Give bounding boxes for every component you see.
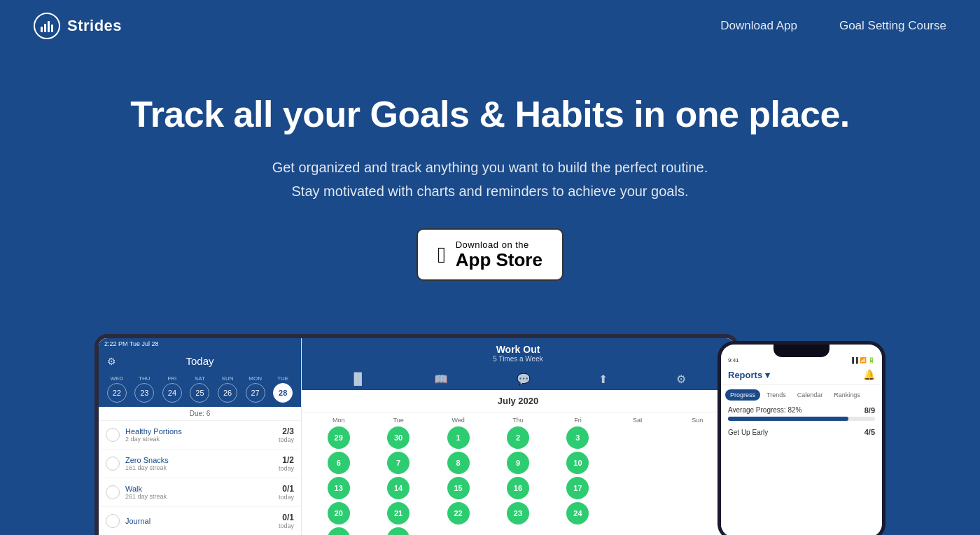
tab-trends[interactable]: Trends <box>762 389 791 401</box>
day-wed: WED 22 <box>107 375 127 403</box>
svg-rect-1 <box>44 24 46 32</box>
habit-streak: 161 day streak <box>125 464 273 471</box>
cal-cell <box>686 477 708 499</box>
cal-cell: 14 <box>387 477 410 499</box>
habit-check-circle[interactable] <box>106 514 120 528</box>
settings-icon: ⚙ <box>107 356 116 367</box>
reports-title[interactable]: Reports ▾ <box>728 370 770 380</box>
cal-row-3: 13 14 15 16 17 <box>309 477 727 499</box>
cal-row-2: 6 7 8 9 10 <box>309 452 727 474</box>
days-row: WED 22 THU 23 FRI 24 SAT <box>99 373 301 407</box>
progress-bar-bg <box>728 417 875 421</box>
cal-cell: 7 <box>387 452 410 474</box>
apple-icon:  <box>438 244 446 266</box>
calendar-month-header: July 2020 <box>302 390 734 412</box>
app-store-button[interactable]:  Download on the App Store <box>416 228 564 282</box>
cal-cell: 31 <box>566 527 589 535</box>
phone-tabs: Progress Trends Calendar Rankings <box>721 385 882 401</box>
tablet-time: 2:22 PM Tue Jul 28 <box>104 340 159 347</box>
svg-rect-0 <box>41 27 43 32</box>
svg-rect-2 <box>48 21 50 32</box>
cal-cell: 21 <box>387 502 410 524</box>
bar-chart-icon <box>39 18 55 34</box>
habit-check-circle[interactable] <box>106 428 120 442</box>
cal-cell: 10 <box>566 452 589 474</box>
phone-screen: 9:41 ▐▐ 📶 🔋 Reports ▾ 🔔 Progress Trends … <box>721 345 882 535</box>
avg-progress-label: Average Progress: 82% <box>728 406 802 415</box>
cal-cell: 30 <box>507 527 529 535</box>
phone-content: Average Progress: 82% 8/9 Get Up Early 4… <box>721 401 882 442</box>
hero-subtext-1: Get organized and track anything you wan… <box>28 155 952 179</box>
phone-frame: 9:41 ▐▐ 📶 🔋 Reports ▾ 🔔 Progress Trends … <box>718 341 886 535</box>
phone-header: Reports ▾ 🔔 <box>721 366 882 385</box>
book-tab-icon[interactable]: 📖 <box>434 373 448 386</box>
tab-rankings[interactable]: Rankings <box>829 389 865 401</box>
nav-download[interactable]: Download App <box>720 19 797 33</box>
tablet-frame: 2:22 PM Tue Jul 28 ⚙ Today WED 22 THU <box>94 334 738 535</box>
phone-status-bar: 9:41 ▐▐ 📶 🔋 <box>721 357 882 366</box>
cal-cell <box>626 527 649 535</box>
cal-cell <box>626 452 649 474</box>
cal-cell: 22 <box>447 502 470 524</box>
comment-tab-icon[interactable]: 💬 <box>517 373 531 386</box>
habit-today: today <box>279 436 294 443</box>
habit-name: Healthy Portions <box>125 427 273 436</box>
logo-text: Strides <box>67 17 122 35</box>
bell-icon: 🔔 <box>863 369 875 380</box>
cal-cell <box>626 426 649 449</box>
day-sun: SUN 26 <box>218 375 237 403</box>
cal-cell: 13 <box>328 477 350 499</box>
cal-cell <box>626 477 649 499</box>
tab-calendar[interactable]: Calendar <box>792 389 828 401</box>
tablet-screen: 2:22 PM Tue Jul 28 ⚙ Today WED 22 THU <box>99 338 734 535</box>
logo: Strides <box>34 13 122 39</box>
habit-fraction: 0/1 <box>279 513 294 522</box>
chart-tab-icon[interactable]: ▐▌ <box>350 373 366 386</box>
cal-cell: 6 <box>328 452 350 474</box>
day-thu: THU 23 <box>134 375 154 403</box>
habit-fraction: 1/2 <box>279 455 294 465</box>
tab-progress[interactable]: Progress <box>725 389 760 401</box>
cal-cell: 3 <box>566 426 589 449</box>
phone-time: 9:41 <box>728 357 739 363</box>
habit-fraction: 0/1 <box>279 484 294 494</box>
app-store-btn-text: Download on the App Store <box>456 239 542 270</box>
day-fri: FRI 24 <box>162 375 182 403</box>
svg-rect-3 <box>51 25 53 32</box>
cal-cell: 28 <box>387 527 410 535</box>
share-tab-icon[interactable]: ⬆ <box>598 373 608 386</box>
cal-cell <box>626 502 649 524</box>
phone-notch <box>774 345 830 357</box>
cal-cell: 8 <box>447 452 470 474</box>
habit-name: Walk <box>125 485 273 493</box>
cal-cell: 23 <box>507 502 529 524</box>
tablet-status-bar: 2:22 PM Tue Jul 28 <box>99 338 301 349</box>
main-nav: Download App Goal Setting Course <box>720 19 946 33</box>
progress-bar-fill <box>728 417 848 421</box>
tablet-left-panel: 2:22 PM Tue Jul 28 ⚙ Today WED 22 THU <box>99 338 302 535</box>
devices-section: 2:22 PM Tue Jul 28 ⚙ Today WED 22 THU <box>0 334 980 535</box>
habit-streak: 261 day streak <box>125 493 273 500</box>
day-sat: SAT 25 <box>190 375 209 403</box>
app-store-label: App Store <box>456 250 542 270</box>
habit-name: Zero Snacks <box>125 456 273 464</box>
cal-cell <box>686 426 708 449</box>
habit-check-circle[interactable] <box>106 485 120 499</box>
habit-today: today <box>279 465 294 472</box>
stat2-label: Get Up Early <box>728 429 768 436</box>
tablet-right-panel: Work Out 5 Times a Week ▐▌ 📖 💬 ⬆ ⚙ July … <box>302 338 734 535</box>
settings-tab-icon[interactable]: ⚙ <box>676 373 686 386</box>
cal-cell: 27 <box>328 527 350 535</box>
phone: 9:41 ▐▐ 📶 🔋 Reports ▾ 🔔 Progress Trends … <box>718 341 886 535</box>
cal-cell: 9 <box>507 452 529 474</box>
cal-cell: 30 <box>387 426 410 449</box>
habit-check-circle[interactable] <box>106 457 120 471</box>
habit-healthy-portions: Healthy Portions 2 day streak 2/3 today <box>99 421 301 450</box>
nav-course[interactable]: Goal Setting Course <box>839 19 946 33</box>
download-on-label: Download on the <box>456 239 529 250</box>
habit-walk: Walk 261 day streak 0/1 today <box>99 478 301 507</box>
cal-cell: 29 <box>447 527 470 535</box>
cal-cell: 20 <box>328 502 350 524</box>
workout-title: Work Out <box>307 344 729 355</box>
tablet: 2:22 PM Tue Jul 28 ⚙ Today WED 22 THU <box>94 334 738 535</box>
